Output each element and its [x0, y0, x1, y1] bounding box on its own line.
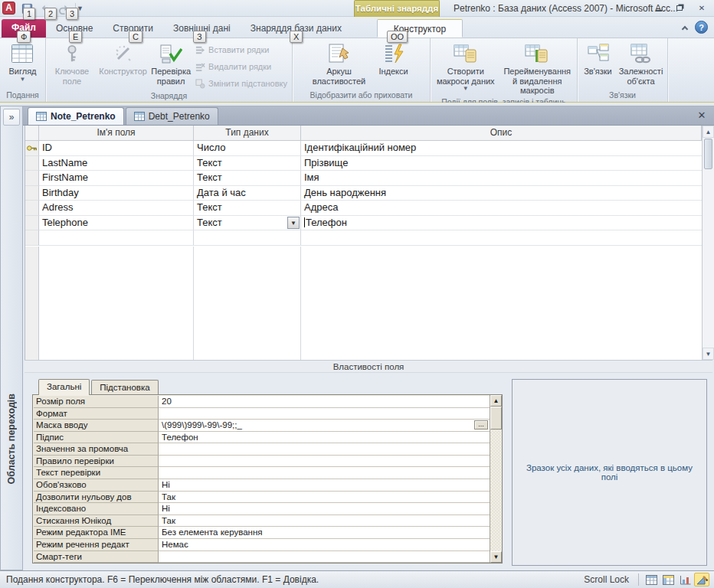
scroll-up-icon[interactable]: ▲: [490, 395, 502, 407]
expand-navigation-pane-button[interactable]: »: [3, 109, 20, 126]
navigation-pane-collapsed[interactable]: » Область переходів: [0, 106, 23, 570]
data-type-cell[interactable]: Текст: [194, 171, 301, 186]
data-type-cell[interactable]: Текст ▼: [194, 216, 301, 231]
restore-button[interactable]: [671, 2, 689, 14]
property-value[interactable]: 20: [159, 396, 490, 408]
field-row-telephone: Telephone Текст ▼ Телефон: [25, 216, 702, 231]
property-value[interactable]: \(999\)999\-99\-99;;_...: [159, 420, 490, 432]
empty-field-row[interactable]: [25, 230, 702, 246]
row-selector[interactable]: [25, 186, 39, 201]
property-value[interactable]: [159, 551, 490, 564]
design-grid-empty-area[interactable]: [25, 247, 702, 361]
data-type-dropdown-icon[interactable]: ▼: [287, 217, 300, 229]
property-value[interactable]: [159, 456, 490, 468]
doc-tab-note-petrenko[interactable]: Note_Petrenko: [28, 107, 124, 125]
description-cell[interactable]: Адреса: [301, 201, 702, 216]
description-cell[interactable]: День народження: [301, 186, 702, 201]
property-value[interactable]: [159, 467, 490, 479]
datasheet-view-icon: [11, 42, 34, 65]
property-value[interactable]: Так: [159, 515, 490, 528]
data-type-cell[interactable]: Дата й час: [194, 186, 301, 201]
workspace: » Область переходів Note_Petrenko Debt_P…: [0, 103, 714, 570]
chevron-down-icon: ▼: [20, 77, 26, 83]
modify-lookups-button: Змінити підстановку: [192, 76, 290, 91]
restore-icon: [676, 5, 683, 11]
scrollbar-thumb[interactable]: [704, 139, 712, 169]
design-view-button[interactable]: [694, 573, 709, 586]
access-app-icon[interactable]: A: [2, 2, 15, 15]
property-sheet-button[interactable]: Аркуш властивостей: [307, 41, 372, 87]
scroll-down-icon[interactable]: ▼: [703, 348, 714, 360]
data-type-cell[interactable]: Текст: [194, 156, 301, 172]
property-value[interactable]: [159, 408, 490, 420]
help-button[interactable]: ?: [695, 21, 708, 34]
row-selector[interactable]: [25, 171, 39, 186]
minimize-ribbon-button[interactable]: [679, 22, 691, 33]
ribbon-tab-row: Файл Основне Створити Зовнішні дані Знар…: [0, 17, 714, 38]
scroll-lock-indicator: Scroll Lock: [575, 574, 638, 585]
table-design-grid: Ім'я поля Тип даних Опис ID Число Іденти…: [25, 126, 702, 360]
property-value[interactable]: Ні: [159, 503, 490, 515]
field-name-cell[interactable]: Adress: [39, 201, 194, 216]
property-value[interactable]: Так: [159, 492, 490, 504]
group-label-tools: Знаряддя: [46, 91, 292, 102]
description-cell[interactable]: Ідентифікаційний номер: [301, 141, 702, 156]
field-properties-caption: Властивості поля: [25, 360, 712, 373]
description-cell-active[interactable]: Телефон: [301, 216, 702, 231]
pivotchart-view-button[interactable]: [677, 573, 693, 586]
data-type-cell[interactable]: Число: [194, 141, 301, 156]
ribbon-group-views: Вигляд ▼ Подання: [0, 38, 46, 102]
row-selector[interactable]: [25, 216, 39, 231]
minimize-icon: [656, 10, 662, 11]
row-selector-primary-key[interactable]: [25, 141, 39, 156]
table-icon: [134, 112, 145, 121]
rename-delete-macro-button[interactable]: Перейменування й видалення макросів: [499, 41, 575, 97]
field-name-cell[interactable]: FirstName: [39, 171, 194, 186]
object-dependencies-button[interactable]: Залежності об'єкта: [617, 41, 666, 87]
close-button[interactable]: ✕: [693, 2, 711, 14]
scroll-down-icon[interactable]: ▼: [490, 551, 502, 563]
field-name-cell[interactable]: ID: [39, 141, 194, 156]
key-icon: [63, 42, 81, 65]
doc-tab-debt-petrenko[interactable]: Debt_Petrenko: [126, 107, 218, 125]
property-value[interactable]: Телефон: [159, 432, 490, 444]
description-cell[interactable]: Імя: [301, 171, 702, 186]
test-validation-rules-button[interactable]: Перевірка правил: [149, 41, 192, 87]
primary-key-icon: [26, 144, 38, 152]
field-name-cell[interactable]: Birthday: [39, 186, 194, 201]
tab-general[interactable]: Загальні: [38, 379, 90, 395]
window-controls: ✕: [650, 2, 711, 14]
close-document-icon[interactable]: ✕: [696, 109, 708, 121]
property-row: Смарт-теги: [34, 551, 490, 564]
row-selector[interactable]: [25, 201, 39, 216]
tab-lookup[interactable]: Підстановка: [91, 380, 158, 395]
property-value[interactable]: Без елемента керування: [159, 527, 490, 539]
property-value[interactable]: Ні: [159, 479, 490, 492]
relationships-icon: [587, 42, 610, 65]
row-selector[interactable]: [25, 156, 39, 172]
relationships-button[interactable]: Зв'язки: [580, 41, 617, 78]
field-name-cell[interactable]: LastName: [39, 156, 194, 172]
keytip-dbtools: X: [290, 31, 303, 43]
rows-buttons-stack: Вставити рядки Видалити рядки Змінити пі…: [192, 41, 290, 91]
property-value[interactable]: [159, 443, 490, 456]
data-type-cell[interactable]: Текст: [194, 201, 301, 216]
datasheet-view-button[interactable]: [644, 573, 659, 586]
builder-ellipsis-button[interactable]: ...: [474, 420, 488, 430]
pivottable-view-button[interactable]: [660, 573, 676, 586]
description-cell[interactable]: Прізвище: [301, 156, 702, 172]
create-data-macros-button[interactable]: Створити макроси даних ▼: [432, 41, 499, 93]
grid-vertical-scrollbar[interactable]: ▲ ▼: [702, 126, 714, 360]
property-sheet-scrollbar[interactable]: ▲ ▼: [490, 395, 502, 563]
status-bar: Подання конструктора. F6 = Переключення …: [0, 570, 714, 588]
minimize-button[interactable]: [650, 2, 668, 14]
field-name-cell[interactable]: Telephone: [39, 216, 194, 231]
ribbon-group-tools: Ключове поле Конструктор Перевірка прави…: [46, 38, 293, 102]
row-selector[interactable]: [25, 230, 39, 246]
indexes-button[interactable]: Індекси: [372, 41, 416, 78]
keytip-redo: 3: [66, 8, 78, 20]
scrollbar-thumb[interactable]: [490, 407, 502, 430]
scroll-up-icon[interactable]: ▲: [703, 126, 714, 138]
property-value[interactable]: Немає: [159, 539, 490, 551]
view-button[interactable]: Вигляд ▼: [7, 41, 38, 84]
